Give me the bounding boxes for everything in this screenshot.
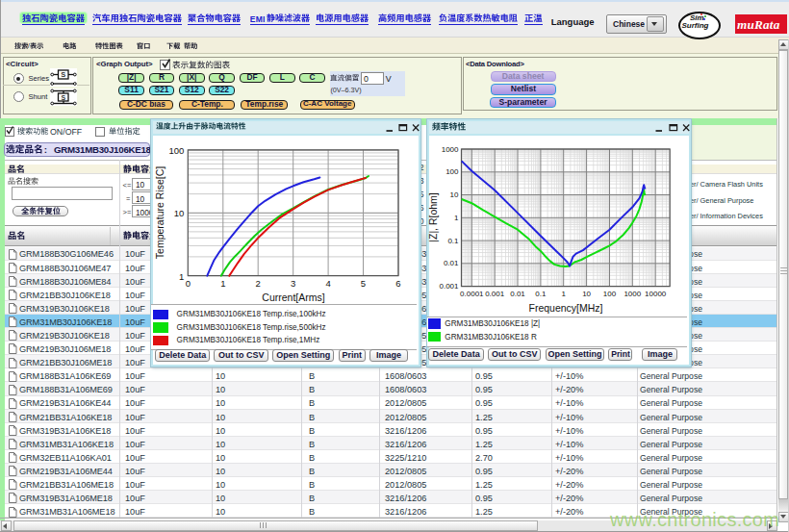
svg-text:10: 10 [449,190,458,199]
svg-text:0.001: 0.001 [439,282,459,291]
svg-text:0.01: 0.01 [444,259,459,267]
svg-text:3: 3 [291,277,295,288]
svg-text:Current[Arms]: Current[Arms] [262,291,324,303]
svg-text:10: 10 [173,208,184,218]
svg-text:Frequency[MHz]: Frequency[MHz] [528,302,602,314]
svg-text:1: 1 [220,277,225,288]
svg-text:1: 1 [454,213,459,221]
svg-text:|Z|, R[ohm]: |Z|, R[ohm] [427,192,439,242]
svg-text:100: 100 [603,289,617,297]
svg-text:6: 6 [395,277,400,288]
svg-text:1000: 1000 [624,289,641,297]
svg-text:10: 10 [582,289,591,297]
svg-text:100: 100 [168,144,184,155]
svg-text:0.01: 0.01 [510,289,525,297]
svg-text:2: 2 [255,277,260,288]
svg-text:100: 100 [445,167,459,176]
svg-text:0.1: 0.1 [535,289,547,297]
svg-text:1: 1 [561,289,566,297]
svg-text:1: 1 [179,270,184,281]
svg-text:10000: 10000 [645,289,667,297]
svg-text:S: S [61,70,65,79]
svg-text:1000: 1000 [442,144,459,153]
svg-text:0: 0 [185,277,190,288]
svg-text:0.1: 0.1 [447,236,459,244]
svg-text:Temperature Rise[C]: Temperature Rise[C] [154,165,165,258]
svg-text:0.001: 0.001 [485,289,505,297]
svg-text:S: S [61,94,65,101]
svg-text:5: 5 [360,277,365,288]
svg-text:4: 4 [325,277,330,288]
svg-text:0.0001: 0.0001 [460,289,484,297]
